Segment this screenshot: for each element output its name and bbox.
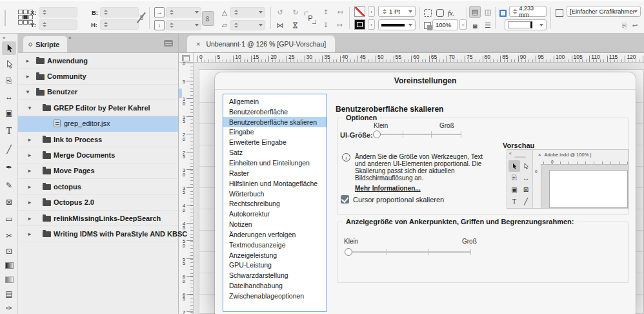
object-style-dropdown[interactable]: [Einfacher Grafikrahmen] <box>567 6 641 17</box>
scale-y-field[interactable] <box>166 20 201 30</box>
stroke-weight-field[interactable]: 1 Pt <box>378 6 416 17</box>
pref-category-satz[interactable]: Satz <box>223 147 327 158</box>
line-tool[interactable]: ╱ <box>2 142 16 156</box>
pref-category-rechtschreibung[interactable]: Rechtschreibung <box>223 198 327 209</box>
x-field[interactable] <box>39 7 77 17</box>
tree-item-relink-missing-links[interactable]: ▸ relinkMissingLinks-DeepSearch <box>18 211 178 226</box>
fill-flyout-button[interactable]: › <box>368 6 375 17</box>
rotation-stepper[interactable] <box>233 10 239 15</box>
chevron-right-icon[interactable]: ▸ <box>25 215 34 222</box>
pref-category-gpu-leistung[interactable]: GPU-Leistung <box>223 260 327 271</box>
free-transform-tool[interactable]: ⊡ <box>2 244 16 258</box>
stroke-weight-stepper[interactable] <box>381 9 387 14</box>
rectangle-tool[interactable]: ▭ <box>2 212 16 225</box>
select-content-icon[interactable]: ↧ <box>321 20 331 30</box>
pencil-tool[interactable]: ✎ <box>2 178 16 192</box>
pref-category-schwarzdarstellung[interactable]: Schwarzdarstellung <box>223 270 327 280</box>
proxy-cell[interactable] <box>23 10 28 14</box>
type-tool[interactable]: T <box>2 124 16 138</box>
anchor-size-slider[interactable] <box>345 248 470 256</box>
effects-fx-icon[interactable]: fx. <box>446 8 456 18</box>
chevron-down-icon[interactable]: ▾ <box>23 89 32 95</box>
y-stepper[interactable] <box>41 22 47 27</box>
pref-category-hilfslinien[interactable]: Hilfslinien und Montagefläche <box>223 178 327 189</box>
tree-item-move-pages[interactable]: ▸ Move Pages <box>18 163 178 179</box>
panel-menu-icon[interactable] <box>164 40 173 47</box>
pref-category-erweiterte-eingabe[interactable]: Erweiterte Eingabe <box>223 137 327 147</box>
proxy-cell[interactable] <box>18 15 23 19</box>
eyedropper-tool[interactable]: ✑ <box>2 301 16 314</box>
proxy-cell[interactable] <box>18 20 23 25</box>
ui-size-slider-knob[interactable] <box>373 131 381 138</box>
pref-category-autokorrektur[interactable]: Autokorrektur <box>223 209 327 219</box>
tools-panel-collapse-icon[interactable]: » <box>3 35 5 41</box>
pref-category-eingabe[interactable]: Eingabe <box>223 127 327 138</box>
stroke-type-dropdown[interactable] <box>378 19 416 30</box>
text-wrap-none-button[interactable]: ▤ <box>469 6 481 18</box>
proxy-cell[interactable] <box>18 10 23 14</box>
direct-selection-tool[interactable] <box>2 58 16 71</box>
chevron-right-icon[interactable]: ▸ <box>25 136 34 143</box>
content-collector-tool[interactable]: ▣ <box>2 106 16 120</box>
tree-item-ink-to-process[interactable]: ▸ Ink to Process <box>18 132 178 147</box>
anchor-size-slider-knob[interactable] <box>345 248 352 256</box>
constrain-proportions-broken-chain-icon[interactable]: ∞ <box>137 12 147 23</box>
scissors-tool[interactable]: ✂ <box>2 229 16 242</box>
shear-angle-field[interactable] <box>230 20 265 30</box>
fill-swatch-none[interactable] <box>354 6 365 17</box>
tree-item-anwendung[interactable]: ▸ Anwendung <box>18 53 178 68</box>
scale-y-stepper[interactable] <box>168 23 174 28</box>
panel-drag-handle[interactable] <box>5 10 6 26</box>
gradient-feather-tool[interactable] <box>2 273 16 286</box>
pref-category-zwischenablageoptionen[interactable]: Zwischenablageoptionen <box>223 291 327 301</box>
ui-size-slider[interactable] <box>374 131 461 138</box>
opacity-field[interactable]: 100% <box>432 19 458 30</box>
corner-shape-dropdown[interactable] <box>505 19 547 30</box>
pref-category-aenderungen-verfolgen[interactable]: Änderungen verfolgen <box>223 229 327 240</box>
flip-vertical-icon[interactable]: ⋈ <box>290 20 301 30</box>
pen-tool[interactable]: ✒ <box>2 160 16 174</box>
proxy-cell[interactable] <box>23 20 28 25</box>
rotation-angle-field[interactable] <box>230 7 265 17</box>
more-info-link[interactable]: Mehr Informationen... <box>355 185 421 192</box>
chevron-right-icon[interactable]: ▸ <box>23 73 32 79</box>
chevron-right-icon[interactable]: ▸ <box>25 231 34 237</box>
page-tool[interactable]: ⎘ <box>2 74 16 87</box>
rotate-cw-icon[interactable]: ↻ <box>290 7 301 17</box>
frame-tool[interactable]: ⊠ <box>2 195 16 209</box>
chevron-right-icon[interactable]: ▸ <box>25 167 34 174</box>
tree-item-octopus-2[interactable]: ▸ Octopus 2.0 <box>18 195 178 211</box>
x-stepper[interactable] <box>41 10 47 15</box>
scripts-panel-tab[interactable]: ◇ Skripte <box>23 36 67 52</box>
height-field[interactable] <box>100 19 139 30</box>
scale-x-stepper[interactable] <box>168 10 174 15</box>
cursor-scale-checkbox[interactable] <box>341 195 349 204</box>
tree-item-grep-editor[interactable]: ▾ GREP Editor by Peter Kahrel <box>18 100 178 116</box>
text-wrap-bounding-box-button[interactable]: ◫ <box>482 6 494 18</box>
width-stepper[interactable] <box>103 10 108 15</box>
gradient-tool[interactable] <box>2 258 16 272</box>
chevron-right-icon[interactable]: ▸ <box>25 152 34 158</box>
pref-category-anzeigeleistung[interactable]: Anzeigeleistung <box>223 250 327 260</box>
tree-item-writing-idms[interactable]: ▸ Writing IDMS with ParaStyle AND KBSC <box>18 226 178 242</box>
gap-tool[interactable]: ↔ <box>2 90 16 103</box>
corner-radius-field[interactable]: 4,233 mm <box>509 6 547 17</box>
shear-stepper[interactable] <box>233 23 239 28</box>
ruler-origin-corner[interactable] <box>179 53 194 63</box>
pref-category-woerterbuch[interactable]: Wörterbuch <box>223 189 327 199</box>
text-wrap-jump-button[interactable]: ☰ <box>482 19 494 32</box>
link-scale-chain-button[interactable]: ∞ <box>202 11 214 26</box>
stroke-swatch[interactable] <box>354 19 365 30</box>
style-revert-icon[interactable]: ↩ <box>630 21 640 31</box>
select-next-object-icon[interactable]: ↦ <box>335 20 345 30</box>
pref-category-notizen[interactable]: Notizen <box>223 219 327 229</box>
tree-item-community[interactable]: ▸ Community <box>18 68 178 84</box>
chevron-right-icon[interactable]: ▸ <box>23 58 32 64</box>
pref-category-dateihandhabung[interactable]: Dateihandhabung <box>223 280 327 291</box>
pref-category-raster[interactable]: Raster <box>223 168 327 178</box>
document-tab[interactable]: × Unbenannt-1 @ 126 % [GPU-Vorschau] <box>187 36 335 52</box>
pref-category-benutzeroberflaeche[interactable]: Benutzeroberfläche <box>223 107 327 117</box>
scale-x-field[interactable] <box>166 7 201 17</box>
clear-overrides-icon[interactable]: ⎘ <box>619 21 630 31</box>
scripts-panel-collapse-icon[interactable]: « <box>68 35 70 41</box>
